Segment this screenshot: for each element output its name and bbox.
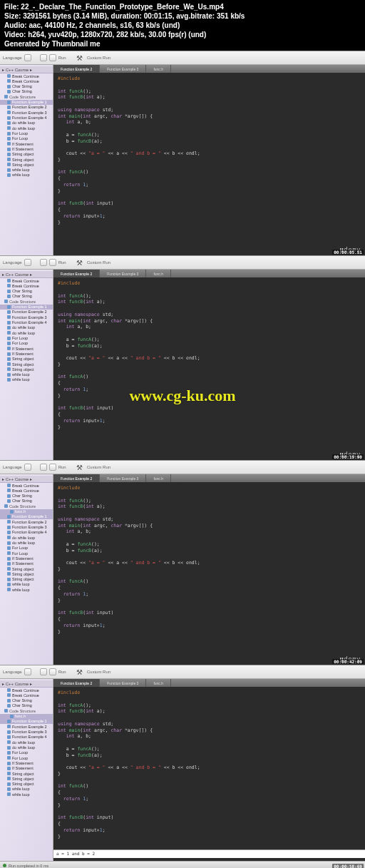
sidebar-item[interactable]: Function Example 1 [0,514,53,519]
run-button[interactable] [40,259,47,266]
sidebar-item[interactable]: do while loop [0,540,53,545]
sidebar-item[interactable]: do while loop [0,126,53,131]
sidebar-item[interactable]: Char String [0,499,53,504]
sidebar-item[interactable]: String object [0,571,53,576]
build-icon[interactable]: ⚒ [75,462,85,472]
code-editor[interactable]: #include int funcA(); int funcB(int a); … [53,687,365,868]
code-editor[interactable]: #include int funcA(); int funcB(int a); … [53,73,365,255]
project-sidebar[interactable]: ▸ C++ Course ▸Break ContinueBreak Contin… [0,474,53,665]
sidebar-item[interactable]: while loop [0,173,53,178]
sidebar-item[interactable]: Break Continue [0,688,53,693]
sidebar-item[interactable]: String object [0,162,53,167]
sidebar-item[interactable]: Function Example 1 [0,719,53,724]
sidebar-item[interactable]: Code Structure [0,94,53,99]
run-button[interactable] [40,54,47,61]
sidebar-item[interactable]: Function Example 3 [0,730,53,735]
sidebar-root[interactable]: ▸ C++ Course ▸ [0,680,53,688]
run-button[interactable] [40,668,47,675]
sidebar-item[interactable]: Function Example 2 [0,519,53,524]
sidebar-item[interactable]: String object [0,357,53,362]
stop-button[interactable] [49,668,56,675]
sidebar-item[interactable]: Function Example 3 [0,525,53,530]
sidebar-item[interactable]: Function Example 1 [0,100,53,105]
language-selector[interactable] [24,464,31,471]
language-selector[interactable] [24,668,31,675]
sidebar-item[interactable]: Function Example 2 [0,105,53,110]
sidebar-item[interactable]: For Loop [0,551,53,556]
editor-tab[interactable]: func.h [146,474,171,482]
sidebar-item[interactable]: Char String [0,89,53,94]
sidebar-root[interactable]: ▸ C++ Course ▸ [0,66,53,73]
sidebar-item[interactable]: while loop [0,587,53,592]
editor-tab[interactable]: Function Example 3 [100,474,146,482]
sidebar-item[interactable]: String object [0,362,53,367]
sidebar-item[interactable]: String object [0,577,53,582]
editor-tab[interactable]: func.h [146,270,171,277]
stop-button[interactable] [49,259,56,266]
editor-tab[interactable]: Function Example 3 [100,270,146,277]
sidebar-item[interactable]: Char String [0,703,53,708]
editor-tab[interactable]: Function Example 2 [53,679,100,687]
sidebar-item[interactable]: Function Example 4 [0,320,53,325]
sidebar-item[interactable]: For Loop [0,335,53,340]
editor-tab[interactable]: Function Example 3 [100,65,146,73]
run-button[interactable] [40,464,47,471]
editor-tab[interactable]: Function Example 2 [53,270,100,277]
editor-tab[interactable]: func.h [146,679,171,687]
sidebar-item[interactable]: Char String [0,84,53,89]
sidebar-item[interactable]: If Statement [0,141,53,146]
sidebar-item[interactable]: String object [0,782,53,787]
sidebar-item[interactable]: If Statement [0,556,53,561]
sidebar-item[interactable]: while loop [0,168,53,173]
sidebar-item[interactable]: Char String [0,289,53,294]
sidebar-item[interactable]: If Statement [0,346,53,351]
sidebar-item[interactable]: do while loop [0,325,53,330]
sidebar-item[interactable]: Code Structure [0,504,53,509]
sidebar-item[interactable]: Break Continue [0,73,53,78]
sidebar-item[interactable]: while loop [0,372,53,377]
sidebar-item[interactable]: while loop [0,787,53,792]
sidebar-item[interactable]: For Loop [0,750,53,755]
sidebar-item[interactable]: Code Structure [0,299,53,304]
sidebar-item[interactable]: while loop [0,377,53,382]
sidebar-item[interactable]: while loop [0,582,53,587]
editor-tab[interactable]: Function Example 2 [53,65,100,73]
sidebar-item[interactable]: Char String [0,494,53,499]
editor-tab[interactable]: Function Example 2 [53,474,100,482]
sidebar-item[interactable]: Function Example 2 [0,310,53,315]
sidebar-item[interactable]: For Loop [0,131,53,136]
build-icon[interactable]: ⚒ [75,53,85,63]
sidebar-item[interactable]: Code Structure [0,708,53,713]
sidebar-item[interactable]: do while loop [0,745,53,750]
project-sidebar[interactable]: ▸ C++ Course ▸Break ContinueBreak Contin… [0,65,53,255]
sidebar-item[interactable]: do while loop [0,740,53,745]
build-icon[interactable]: ⚒ [75,257,85,267]
build-icon[interactable]: ⚒ [75,667,85,677]
sidebar-item[interactable]: For Loop [0,136,53,141]
sidebar-item[interactable]: Char String [0,698,53,703]
sidebar-item[interactable]: Break Continue [0,283,53,288]
language-selector[interactable] [24,259,31,266]
sidebar-item[interactable]: Function Example 4 [0,530,53,535]
sidebar-item[interactable]: String object [0,157,53,162]
sidebar-item[interactable]: For Loop [0,755,53,760]
language-selector[interactable] [24,54,31,61]
sidebar-item[interactable]: Char String [0,294,53,299]
stop-button[interactable] [49,464,56,471]
sidebar-item[interactable]: do while loop [0,330,53,335]
sidebar-item[interactable]: String object [0,776,53,781]
sidebar-item[interactable]: while loop [0,792,53,797]
sidebar-item-active[interactable]: func.h [0,714,53,719]
sidebar-item[interactable]: Break Continue [0,488,53,493]
sidebar-item[interactable]: Function Example 2 [0,724,53,729]
sidebar-item[interactable]: String object [0,152,53,157]
sidebar-item[interactable]: Function Example 4 [0,116,53,121]
sidebar-item[interactable]: Function Example 3 [0,110,53,115]
sidebar-item[interactable]: If Statement [0,351,53,356]
sidebar-item[interactable]: Break Continue [0,693,53,698]
sidebar-item[interactable]: Function Example 1 [0,305,53,310]
sidebar-item[interactable]: If Statement [0,760,53,765]
editor-tab[interactable]: Function Example 3 [100,679,146,687]
sidebar-item[interactable]: String object [0,771,53,776]
sidebar-item[interactable]: Break Continue [0,78,53,83]
